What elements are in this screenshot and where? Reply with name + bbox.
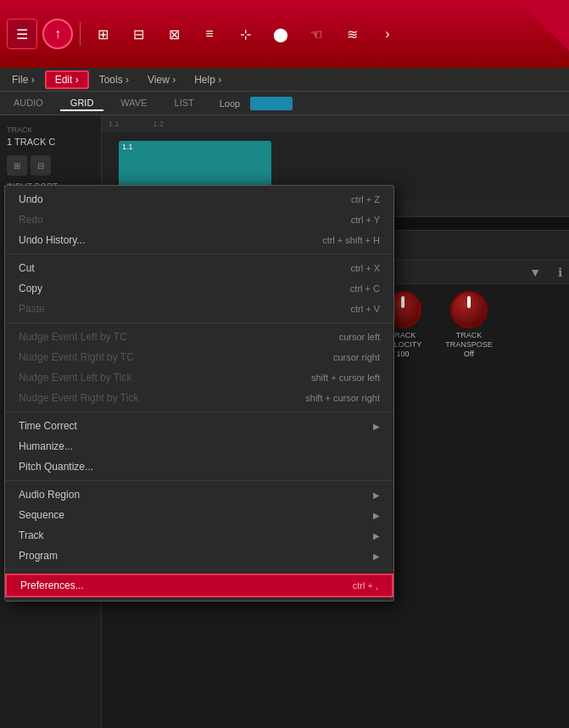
menu-item-redo: Redo ctrl + Y — [5, 210, 393, 230]
menu-label-nudge-right-tick: Nudge Event Right by Tick — [19, 392, 138, 404]
menu-item-audio-region[interactable]: Audio Region ▶ — [5, 484, 393, 505]
menu-item-time-correct[interactable]: Time Correct ▶ — [5, 416, 393, 436]
menu-item-edit[interactable]: Edit › — [45, 70, 89, 89]
menu-label-track: Track — [19, 529, 44, 541]
top-toolbar: ☰ ↑ ⊞ ⊟ ⊠ ≡ ⊹ ⬤ ☜ ≋ › — [0, 0, 569, 68]
menu-item-nudge-right-tc: Nudge Event Right by TC cursor right — [5, 347, 393, 367]
timeline-ruler: 1.1 1.2 — [102, 115, 569, 132]
loop-toggle[interactable] — [250, 97, 293, 110]
menu-section-preferences: Preferences... ctrl + , — [5, 570, 393, 601]
menu-section-nudge: Nudge Event Left by TC cursor left Nudge… — [5, 323, 393, 412]
menu-shortcut-paste: ctrl + V — [350, 304, 380, 314]
menu-item-undo[interactable]: Undo ctrl + Z — [5, 189, 393, 210]
toolbar-icon-more[interactable]: › — [372, 19, 403, 49]
track-name: 1 Track C — [7, 137, 94, 147]
menu-shortcut-nudge-left-tc: cursor left — [339, 332, 380, 342]
menu-shortcut-copy: ctrl + C — [350, 283, 380, 294]
grid-btn-2[interactable]: ⊟ — [31, 155, 51, 176]
menu-label-copy: Copy — [19, 283, 42, 294]
menu-shortcut-nudge-right-tc: cursor right — [333, 352, 380, 362]
dropdown-arrow[interactable]: ▼ — [529, 266, 541, 279]
tab-list[interactable]: LIST — [165, 96, 204, 111]
menu-section-clipboard: Cut ctrl + X Copy ctrl + C Paste ctrl + … — [5, 255, 393, 323]
track-arrow-icon: ▶ — [373, 531, 380, 540]
menu-label-cut: Cut — [19, 262, 35, 274]
toolbar-icon-loop[interactable]: ⊠ — [159, 19, 189, 49]
toolbar-icon-list[interactable]: ≋ — [337, 19, 367, 49]
menu-label-nudge-left-tc: Nudge Event Left by TC — [19, 331, 127, 343]
tab-audio[interactable]: AUDIO — [3, 96, 53, 111]
toolbar-icon-hand[interactable]: ☜ — [301, 19, 332, 49]
menu-label-humanize: Humanize... — [19, 440, 73, 452]
menu-label-paste: Paste — [19, 303, 45, 315]
bar-1-1: 1.1 — [109, 120, 120, 128]
knob-cell-track-transpose: TRACK TRANSPOSE Off — [439, 291, 499, 358]
track-segment[interactable]: 1.1 — [119, 141, 271, 192]
time-correct-arrow-icon: ▶ — [373, 422, 380, 431]
menu-item-sequence[interactable]: Sequence ▶ — [5, 505, 393, 525]
menu-label-sequence: Sequence — [19, 509, 64, 521]
menu-item-view[interactable]: View › — [139, 72, 184, 87]
menu-shortcut-preferences: ctrl + , — [353, 580, 378, 591]
menu-label-undo-history: Undo History... — [19, 234, 85, 246]
menu-item-preferences[interactable]: Preferences... ctrl + , — [5, 574, 393, 597]
menu-item-copy[interactable]: Copy ctrl + C — [5, 278, 393, 299]
toolbar-icon-grid[interactable]: ⊟ — [123, 19, 153, 49]
menu-item-file[interactable]: File › — [3, 72, 43, 87]
tab-grid[interactable]: GRID — [60, 96, 104, 111]
menu-label-pitch-quantize: Pitch Quantize... — [19, 461, 93, 473]
menu-section-undoredo: Undo ctrl + Z Redo ctrl + Y Undo History… — [5, 186, 393, 255]
menu-item-program[interactable]: Program ▶ — [5, 546, 393, 566]
menu-shortcut-undo-history: ctrl + shift + H — [322, 235, 380, 245]
menu-label-undo: Undo — [19, 193, 43, 205]
menu-item-humanize[interactable]: Humanize... — [5, 436, 393, 456]
menu-item-pitch-quantize[interactable]: Pitch Quantize... — [5, 456, 393, 477]
menu-label-audio-region: Audio Region — [19, 489, 80, 501]
second-row: AUDIO GRID WAVE LIST Loop — [0, 92, 569, 115]
upload-button[interactable]: ↑ — [42, 19, 73, 49]
menu-item-tools[interactable]: Tools › — [91, 72, 137, 87]
toolbar-icon-record[interactable]: ⬤ — [265, 19, 296, 49]
menu-label-nudge-right-tc: Nudge Event Right by TC — [19, 351, 134, 363]
knob-track-transpose[interactable] — [450, 291, 488, 328]
menu-label-nudge-left-tick: Nudge Event Left by Tick — [19, 372, 131, 384]
knob-label-track-transpose: TRACK TRANSPOSE — [439, 331, 499, 350]
menu-item-undo-history[interactable]: Undo History... ctrl + shift + H — [5, 230, 393, 250]
knob-value-track-transpose: Off — [464, 350, 474, 358]
audio-region-arrow-icon: ▶ — [373, 490, 380, 500]
menu-section-quantize: Time Correct ▶ Humanize... Pitch Quantiz… — [5, 412, 393, 481]
hamburger-button[interactable]: ☰ — [7, 19, 37, 49]
knob-value-track-velocity: 100 — [396, 350, 409, 358]
tab-wave[interactable]: WAVE — [110, 96, 157, 111]
track-section-title: TRACK — [7, 126, 94, 134]
menu-shortcut-cut: ctrl + X — [350, 263, 380, 273]
menu-item-nudge-right-tick: Nudge Event Right by Tick shift + cursor… — [5, 388, 393, 408]
menu-label-time-correct: Time Correct — [19, 420, 77, 432]
top-right-decoration — [518, 0, 569, 51]
toolbar-icon-bars[interactable]: ≡ — [194, 19, 225, 49]
grid-btn-1[interactable]: ⊞ — [7, 155, 27, 176]
toolbar-icon-sliders[interactable]: ⊹ — [230, 19, 260, 49]
menu-item-track[interactable]: Track ▶ — [5, 525, 393, 546]
toolbar-icon-layers[interactable]: ⊞ — [87, 19, 118, 49]
track-segment-label: 1.1 — [122, 143, 133, 151]
edit-dropdown-menu[interactable]: Undo ctrl + Z Redo ctrl + Y Undo History… — [4, 185, 394, 602]
menu-item-help[interactable]: Help › — [186, 72, 230, 87]
menu-shortcut-undo: ctrl + Z — [351, 194, 380, 204]
menu-item-paste: Paste ctrl + V — [5, 299, 393, 319]
menu-label-redo: Redo — [19, 214, 43, 226]
menu-shortcut-nudge-left-tick: shift + cursor left — [311, 372, 380, 383]
menu-bar: File › Edit › Tools › View › Help › — [0, 68, 569, 92]
track-grid-buttons: ⊞ ⊟ — [7, 155, 94, 176]
menu-section-objects: Audio Region ▶ Sequence ▶ Track ▶ Progra… — [5, 481, 393, 570]
loop-label: Loop — [220, 98, 240, 109]
info-icon[interactable]: ℹ — [558, 266, 562, 279]
menu-item-cut[interactable]: Cut ctrl + X — [5, 258, 393, 278]
menu-item-nudge-left-tc: Nudge Event Left by TC cursor left — [5, 327, 393, 347]
bar-1-2: 1.2 — [153, 120, 165, 128]
menu-label-program: Program — [19, 550, 58, 562]
menu-item-nudge-left-tick: Nudge Event Left by Tick shift + cursor … — [5, 367, 393, 388]
sequence-arrow-icon: ▶ — [373, 511, 380, 520]
toolbar-divider-1 — [80, 22, 81, 46]
menu-shortcut-nudge-right-tick: shift + cursor right — [305, 393, 380, 403]
